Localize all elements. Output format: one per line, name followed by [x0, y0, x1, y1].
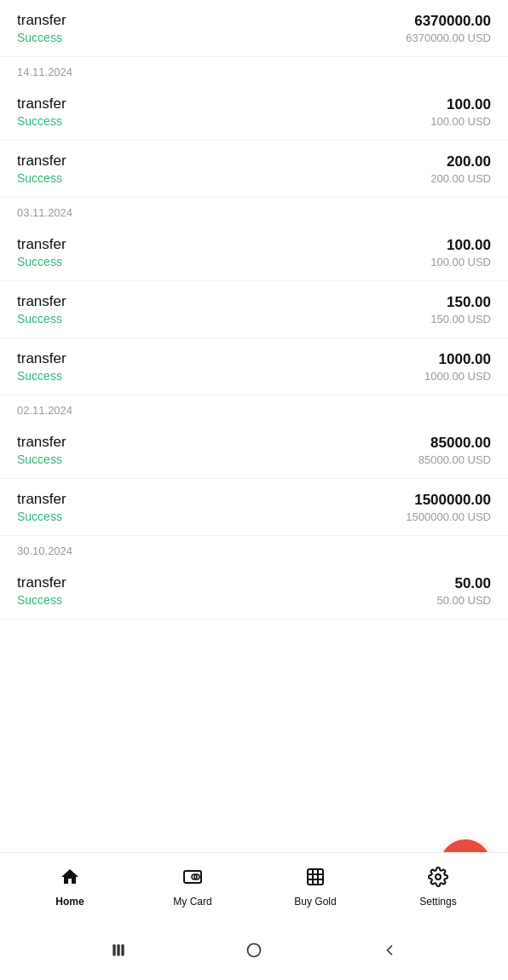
svg-rect-10: [118, 944, 120, 955]
transaction-left: transfer Success: [17, 293, 66, 326]
transaction-amount: 150.00: [430, 294, 491, 311]
transaction-currency: 100.00 USD: [430, 256, 491, 268]
transaction-left: transfer Success: [17, 95, 66, 128]
transaction-type: transfer: [17, 350, 66, 367]
transaction-item[interactable]: transfer Success 1000.00 1000.00 USD: [0, 338, 508, 395]
settings-icon: [428, 867, 448, 892]
transaction-status: Success: [17, 312, 66, 326]
transaction-right: 200.00 200.00 USD: [430, 153, 491, 185]
date-separator: 03.11.2024: [0, 198, 508, 224]
transaction-currency: 50.00 USD: [436, 594, 491, 607]
transaction-item[interactable]: transfer Success 50.00 50.00 USD: [0, 562, 508, 620]
transaction-amount: 100.00: [430, 237, 491, 254]
transaction-item[interactable]: transfer Success 85000.00 85000.00 USD: [0, 422, 508, 479]
date-separator: 02.11.2024: [0, 395, 508, 422]
nav-item-mycard[interactable]: My Card: [131, 867, 254, 908]
transaction-amount: 85000.00: [419, 435, 491, 452]
transaction-status: Success: [17, 369, 66, 383]
svg-rect-12: [247, 944, 260, 957]
transaction-currency: 6370000.00 USD: [406, 32, 491, 44]
recents-button[interactable]: [110, 942, 127, 959]
transaction-currency: 150.00 USD: [430, 313, 491, 326]
transaction-currency: 1500000.00 USD: [406, 510, 491, 523]
transaction-item[interactable]: transfer Success 6370000.00 6370000.00 U…: [0, 0, 508, 57]
transaction-right: 85000.00 85000.00 USD: [419, 435, 491, 466]
transaction-type: transfer: [17, 434, 66, 451]
svg-rect-9: [113, 944, 116, 955]
transaction-left: transfer Success: [17, 574, 66, 607]
bottom-nav: Home My Card Buy Gold: [0, 852, 508, 920]
transaction-type: transfer: [17, 293, 66, 310]
svg-rect-3: [308, 869, 323, 885]
transaction-right: 150.00 150.00 USD: [430, 294, 491, 326]
nav-item-buygold[interactable]: Buy Gold: [254, 867, 377, 908]
system-nav-bar: [0, 920, 508, 980]
transaction-amount: 1500000.00: [406, 492, 491, 509]
transaction-currency: 200.00 USD: [430, 172, 491, 185]
transaction-type: transfer: [17, 95, 66, 112]
transaction-right: 50.00 50.00 USD: [436, 575, 491, 607]
home-button[interactable]: [245, 942, 263, 959]
transaction-status: Success: [17, 593, 66, 607]
transaction-right: 100.00 100.00 USD: [430, 96, 491, 128]
nav-label-settings: Settings: [419, 896, 456, 908]
transaction-left: transfer Success: [17, 434, 66, 466]
transaction-currency: 100.00 USD: [430, 115, 491, 128]
back-button[interactable]: [381, 942, 398, 959]
transaction-amount: 100.00: [430, 96, 491, 113]
transaction-item[interactable]: transfer Success 100.00 100.00 USD: [0, 224, 508, 281]
transaction-type: transfer: [17, 12, 66, 29]
transaction-status: Success: [17, 114, 66, 128]
transaction-item[interactable]: transfer Success 150.00 150.00 USD: [0, 281, 508, 338]
transaction-currency: 1000.00 USD: [424, 370, 491, 383]
transaction-status: Success: [17, 255, 66, 268]
transaction-right: 1500000.00 1500000.00 USD: [406, 492, 491, 523]
buygold-icon: [305, 867, 326, 892]
svg-point-8: [436, 874, 441, 879]
transaction-type: transfer: [17, 236, 66, 253]
transaction-right: 100.00 100.00 USD: [430, 237, 491, 268]
card-icon: [182, 867, 203, 892]
transaction-amount: 50.00: [436, 575, 491, 592]
home-icon: [60, 867, 80, 892]
transaction-item[interactable]: transfer Success 100.00 100.00 USD: [0, 84, 508, 141]
transaction-status: Success: [17, 510, 66, 523]
transaction-amount: 1000.00: [424, 351, 491, 368]
transaction-amount: 200.00: [430, 153, 491, 170]
transaction-right: 6370000.00 6370000.00 USD: [406, 13, 491, 44]
transaction-item[interactable]: transfer Success 200.00 200.00 USD: [0, 141, 508, 198]
transaction-currency: 85000.00 USD: [419, 453, 491, 466]
nav-item-home[interactable]: Home: [9, 867, 131, 908]
transaction-status: Success: [17, 453, 66, 466]
transaction-type: transfer: [17, 574, 66, 591]
transaction-left: transfer Success: [17, 491, 66, 523]
transaction-list: transfer Success 6370000.00 6370000.00 U…: [0, 0, 508, 722]
nav-item-settings[interactable]: Settings: [377, 867, 499, 908]
transaction-left: transfer Success: [17, 350, 66, 383]
date-separator: 30.10.2024: [0, 536, 508, 562]
transaction-status: Success: [17, 171, 66, 185]
svg-rect-0: [184, 871, 201, 883]
transaction-left: transfer Success: [17, 153, 66, 185]
nav-label-buygold: Buy Gold: [294, 896, 336, 908]
date-separator: 14.11.2024: [0, 57, 508, 84]
nav-label-mycard: My Card: [173, 896, 211, 908]
transaction-left: transfer Success: [17, 236, 66, 268]
transaction-type: transfer: [17, 491, 66, 508]
svg-rect-11: [122, 944, 124, 955]
transaction-amount: 6370000.00: [406, 13, 491, 30]
nav-label-home: Home: [55, 896, 84, 908]
transaction-left: transfer Success: [17, 12, 66, 44]
transaction-type: transfer: [17, 153, 66, 170]
transaction-item[interactable]: transfer Success 1500000.00 1500000.00 U…: [0, 479, 508, 536]
transaction-right: 1000.00 1000.00 USD: [424, 351, 491, 383]
transaction-status: Success: [17, 31, 66, 44]
